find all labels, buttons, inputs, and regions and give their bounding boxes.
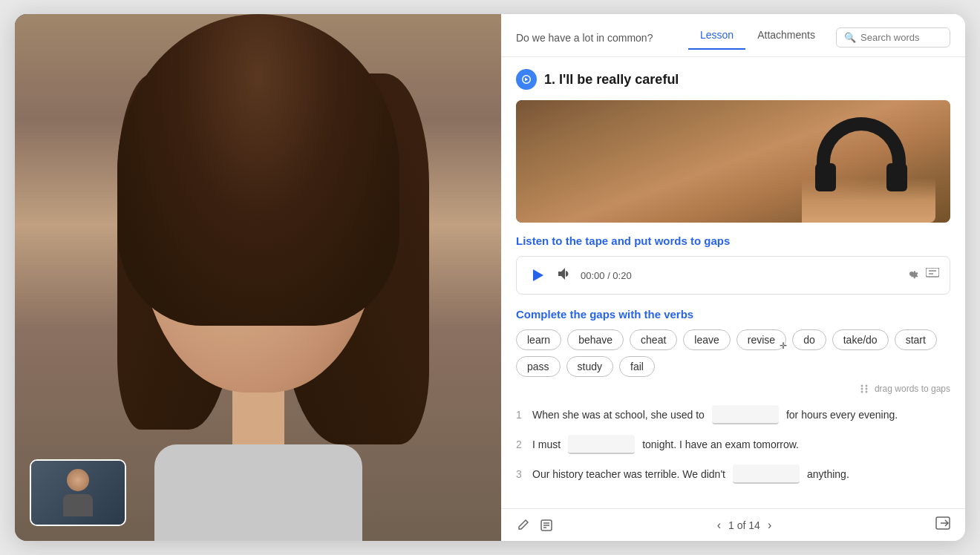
headphone-ear-left (815, 163, 836, 191)
chip-pass[interactable]: pass (516, 356, 561, 377)
svg-marker-0 (533, 269, 543, 281)
hair-top (117, 14, 399, 326)
lesson-topic: Do we have a lot in common? (516, 32, 653, 44)
audio-player: 00:00 / 0:20 (516, 256, 950, 295)
lesson-header: Do we have a lot in common? Lesson Attac… (501, 14, 965, 57)
sentence-1-before: When she was at school, she used to (532, 409, 705, 421)
section-icon (516, 69, 537, 90)
next-page-button[interactable]: › (768, 519, 771, 532)
drag-hint-text: drag words to gaps (875, 384, 950, 394)
svg-point-6 (860, 388, 863, 390)
fill-blank-3[interactable] (733, 464, 800, 484)
thumbnail-video (30, 459, 126, 526)
chip-fail[interactable]: fail (619, 356, 655, 377)
header-tabs: Lesson Attachments (688, 26, 827, 49)
svg-point-8 (860, 391, 863, 393)
svg-point-4 (860, 385, 863, 387)
chip-revise[interactable]: revise ✛ (736, 329, 786, 350)
sentence-num-1: 1 (516, 409, 528, 421)
notes-button[interactable] (540, 519, 553, 532)
sentence-2-before: I must (532, 439, 561, 450)
chip-do[interactable]: do (792, 329, 826, 350)
shirt (154, 444, 362, 541)
page-display: 1 of 14 (728, 519, 760, 531)
headphone-ear-right (886, 163, 907, 191)
svg-rect-1 (926, 268, 939, 277)
chip-start[interactable]: start (895, 329, 937, 350)
header-row: Do we have a lot in common? Lesson Attac… (516, 26, 950, 49)
fill-blank-1[interactable] (712, 405, 779, 424)
audio-time: 00:00 / 0:20 (581, 270, 896, 281)
play-button[interactable] (527, 264, 549, 286)
fill-blank-2[interactable] (568, 435, 635, 454)
lesson-image (516, 100, 950, 223)
chip-study[interactable]: study (566, 356, 613, 377)
sentence-2-after: tonight. I have an exam tomorrow. (642, 439, 799, 450)
chip-cheat[interactable]: cheat (630, 329, 677, 350)
audio-right-controls (905, 267, 939, 283)
audio-settings-button[interactable] (905, 267, 918, 283)
sentence-num-3: 3 (516, 468, 528, 480)
section-title: 1. I'll be really careful (544, 72, 679, 88)
video-panel: 👍 ❤️ ▲ (15, 14, 501, 541)
sentence-3: 3 Our history teacher was terrible. We d… (516, 464, 950, 484)
drag-hint: drag words to gaps (516, 383, 950, 395)
prev-page-button[interactable]: ‹ (717, 519, 721, 532)
section-heading: 1. I'll be really careful (516, 69, 950, 90)
complete-instruction: Complete the gaps with the verbs (516, 308, 950, 321)
exit-button[interactable] (935, 516, 950, 533)
search-icon: 🔍 (844, 32, 856, 43)
footer-left (516, 519, 553, 532)
search-input[interactable] (860, 32, 942, 43)
sentence-3-before: Our history teacher was terrible. We did… (532, 468, 725, 480)
thumbnail-inner (31, 461, 125, 525)
sentence-2: 2 I must tonight. I have an exam tomorro… (516, 435, 950, 454)
sentence-1-after: for hours every evening. (786, 409, 898, 421)
lesson-panel: Do we have a lot in common? Lesson Attac… (501, 14, 965, 541)
svg-point-9 (865, 391, 867, 393)
notes-icon (540, 519, 553, 532)
sentence-1: 1 When she was at school, she used to fo… (516, 405, 950, 424)
tab-lesson[interactable]: Lesson (688, 26, 745, 50)
app-container: 👍 ❤️ ▲ Do we have a lot in common? Lesso… (15, 14, 965, 541)
chip-learn[interactable]: learn (516, 329, 561, 350)
sentence-3-after: anything. (807, 468, 849, 480)
edit-icon (516, 519, 529, 532)
svg-point-7 (865, 388, 867, 390)
search-box: 🔍 (836, 27, 950, 47)
lesson-content: 1. I'll be really careful Listen to the … (501, 57, 965, 508)
svg-point-5 (865, 385, 867, 387)
headphones (787, 110, 935, 214)
audio-expand-button[interactable] (926, 268, 939, 283)
drag-hint-icon (858, 383, 870, 395)
chip-behave[interactable]: behave (567, 329, 624, 350)
fill-sentences: 1 When she was at school, she used to fo… (516, 405, 950, 484)
chip-leave[interactable]: leave (683, 329, 730, 350)
word-chips-container: learn behave cheat leave revise ✛ do tak… (516, 329, 950, 377)
listen-instruction: Listen to the tape and put words to gaps (516, 234, 950, 247)
chip-take-do[interactable]: take/do (832, 329, 889, 350)
exit-icon (935, 516, 950, 530)
volume-button[interactable] (558, 268, 572, 283)
tab-attachments[interactable]: Attachments (745, 26, 827, 50)
edit-button[interactable] (516, 519, 529, 532)
lesson-footer: ‹ 1 of 14 › (501, 508, 965, 541)
pagination: ‹ 1 of 14 › (717, 519, 771, 532)
sentence-num-2: 2 (516, 439, 528, 450)
